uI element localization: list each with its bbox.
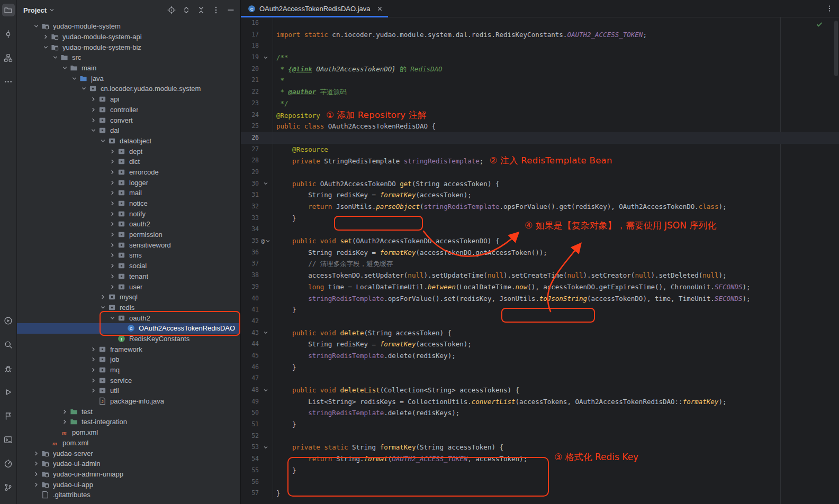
tree-item-dept[interactable]: dept <box>17 146 240 157</box>
tree-chevron-collapsed-icon[interactable] <box>32 451 41 456</box>
tree-chevron-collapsed-icon[interactable] <box>108 190 117 196</box>
tree-item-api[interactable]: api <box>17 94 240 105</box>
tree-item-errorcode[interactable]: errorcode <box>17 167 240 178</box>
tree-chevron-collapsed-icon[interactable] <box>108 211 117 217</box>
code-line-28[interactable]: 28 private StringRedisTemplate stringRed… <box>241 155 839 167</box>
tree-chevron-collapsed-icon[interactable] <box>89 117 98 123</box>
tree-item-notice[interactable]: notice <box>17 198 240 209</box>
tree-item-service[interactable]: service <box>17 375 240 386</box>
code-line-45[interactable]: 45 stringRedisTemplate.delete(redisKey); <box>241 350 839 362</box>
tree-item-permission[interactable]: permission <box>17 230 240 240</box>
tree-chevron-collapsed-icon[interactable] <box>108 232 117 237</box>
code-line-53[interactable]: 53 private static String formatKey(Strin… <box>241 442 839 453</box>
tree-chevron-expanded-icon[interactable] <box>98 305 107 310</box>
tree-chevron-collapsed-icon[interactable] <box>108 242 117 248</box>
line-number[interactable]: 48 <box>241 384 259 396</box>
tree-chevron-collapsed-icon[interactable] <box>108 221 117 227</box>
fold-chevron-icon[interactable] <box>259 52 273 63</box>
line-number[interactable]: 52 <box>241 430 259 442</box>
profiler-icon[interactable] <box>2 457 15 470</box>
line-number[interactable]: 23 <box>241 98 259 109</box>
tree-chevron-collapsed-icon[interactable] <box>98 294 107 300</box>
flag-icon[interactable] <box>2 409 15 422</box>
tree-item-yudao-ui-app[interactable]: yudao-ui-app <box>17 479 240 490</box>
line-number[interactable]: 34 <box>241 224 259 235</box>
tree-chevron-expanded-icon[interactable] <box>32 23 41 29</box>
tree-chevron-expanded-icon[interactable] <box>51 54 60 60</box>
run-icon[interactable] <box>2 386 15 398</box>
line-number[interactable]: 19 <box>241 52 259 63</box>
line-number[interactable]: 29 <box>241 167 259 178</box>
code-line-29[interactable]: 29 <box>241 167 839 178</box>
line-number[interactable]: 47 <box>241 373 259 384</box>
line-number[interactable]: 22 <box>241 86 259 98</box>
fold-chevron-icon[interactable] <box>259 384 273 396</box>
code-line-33[interactable]: 33 } <box>241 213 839 224</box>
line-number[interactable]: 28 <box>241 155 259 167</box>
line-number[interactable]: 40 <box>241 293 259 305</box>
line-number[interactable]: 56 <box>241 476 259 488</box>
line-number[interactable]: 51 <box>241 419 259 430</box>
tree-chevron-collapsed-icon[interactable] <box>89 378 98 383</box>
tree-chevron-collapsed-icon[interactable] <box>108 149 117 154</box>
line-number[interactable]: 35 <box>241 235 259 247</box>
tree-chevron-collapsed-icon[interactable] <box>60 409 69 415</box>
tree-item-yudao-module-system-biz[interactable]: yudao-module-system-biz <box>17 42 240 52</box>
tree-item-tenant[interactable]: tenant <box>17 271 240 282</box>
code-line-48[interactable]: 48 public void deleteList(Collection<Str… <box>241 384 839 396</box>
code-line-52[interactable]: 52 <box>241 430 839 442</box>
tree-item-redis[interactable]: redis <box>17 303 240 313</box>
code-line-23[interactable]: 23 */ <box>241 98 839 109</box>
code-line-50[interactable]: 50 stringRedisTemplate.delete(redisKeys)… <box>241 407 839 419</box>
more-icon[interactable] <box>2 75 15 88</box>
line-number[interactable]: 54 <box>241 453 259 465</box>
tree-item-yudao-ui-admin-uniapp[interactable]: yudao-ui-admin-uniapp <box>17 469 240 480</box>
inspections-ok-icon[interactable] <box>816 21 823 30</box>
line-number[interactable]: 49 <box>241 396 259 408</box>
line-number[interactable]: 31 <box>241 189 259 201</box>
line-number[interactable]: 33 <box>241 213 259 224</box>
line-number[interactable]: 18 <box>241 40 259 52</box>
tree-item-controller[interactable]: controller <box>17 105 240 115</box>
tree-item-yudao-ui-admin[interactable]: yudao-ui-admin <box>17 459 240 469</box>
tree-chevron-collapsed-icon[interactable] <box>108 180 117 186</box>
code-line-42[interactable]: 42 <box>241 316 839 327</box>
code-line-32[interactable]: 32 return JsonUtils.parseObject(stringRe… <box>241 201 839 213</box>
tree-item-dict[interactable]: dict <box>17 157 240 167</box>
tree-chevron-collapsed-icon[interactable] <box>89 96 98 102</box>
tree-item-sensitiveword[interactable]: sensitiveword <box>17 240 240 250</box>
tree-chevron-expanded-icon[interactable] <box>70 76 79 81</box>
line-number[interactable]: 39 <box>241 281 259 293</box>
code-line-21[interactable]: 21 * <box>241 75 839 86</box>
project-icon[interactable] <box>2 4 15 16</box>
line-number[interactable]: 21 <box>241 75 259 86</box>
code-line-49[interactable]: 49 List<String> redisKeys = CollectionUt… <box>241 396 839 408</box>
hide-icon[interactable] <box>226 6 235 15</box>
line-number[interactable]: 25 <box>241 121 259 132</box>
tree-item-framework[interactable]: framework <box>17 344 240 354</box>
code-line-30[interactable]: 30 public OAuth2AccessTokenDO get(String… <box>241 178 839 190</box>
tree-item-convert[interactable]: convert <box>17 115 240 125</box>
tree-chevron-expanded-icon[interactable] <box>98 138 107 144</box>
tree-chevron-collapsed-icon[interactable] <box>32 482 41 488</box>
code-line-22[interactable]: 22 * @author 芋道源码 <box>241 86 839 98</box>
tree-chevron-collapsed-icon[interactable] <box>32 461 41 466</box>
collapse-all-icon[interactable] <box>196 6 205 15</box>
line-number[interactable]: 32 <box>241 201 259 213</box>
tree-chevron-collapsed-icon[interactable] <box>32 471 41 477</box>
tree-item-mysql[interactable]: mysql <box>17 292 240 303</box>
line-number[interactable]: 26 <box>241 132 259 144</box>
fold-chevron-icon[interactable]: @ <box>259 235 273 247</box>
code-line-57[interactable]: 57} <box>241 488 839 499</box>
code-line-17[interactable]: 17import static cn.iocoder.yudao.module.… <box>241 29 839 41</box>
fold-chevron-icon[interactable] <box>259 178 273 190</box>
line-number[interactable]: 27 <box>241 144 259 155</box>
tree-item-dataobject[interactable]: dataobject <box>17 136 240 146</box>
tree-item-yudao-server[interactable]: yudao-server <box>17 448 240 459</box>
tree-item-social[interactable]: social <box>17 261 240 271</box>
tree-item-job[interactable]: job <box>17 354 240 365</box>
expand-all-icon[interactable] <box>182 6 191 15</box>
code-line-20[interactable]: 20 * {@link OAuth2AccessTokenDO} 的 Redis… <box>241 63 839 75</box>
tree-chevron-collapsed-icon[interactable] <box>89 107 98 113</box>
tree-item-test-integration[interactable]: test-integration <box>17 417 240 427</box>
